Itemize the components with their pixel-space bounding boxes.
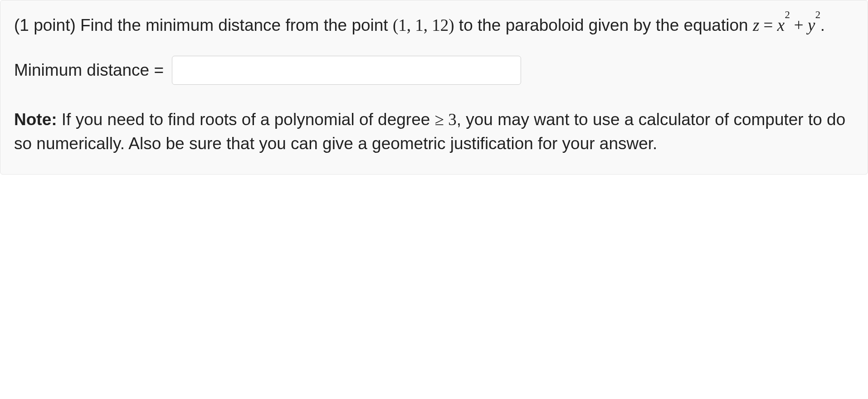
plus-sign: +	[790, 16, 808, 34]
points-label: (1 point)	[14, 16, 80, 34]
problem-text-1: Find the minimum distance from the point	[80, 16, 393, 34]
exp-y: 2	[815, 9, 820, 20]
point-tuple: (1, 1, 12)	[393, 16, 454, 34]
note-paragraph: Note: If you need to find roots of a pol…	[14, 107, 854, 156]
problem-statement: (1 point) Find the minimum distance from…	[14, 13, 854, 38]
note-label: Note:	[14, 110, 57, 129]
point-z: 12	[432, 16, 449, 34]
exp-x: 2	[785, 9, 790, 20]
equation-period: .	[820, 16, 825, 34]
var-y: y	[808, 16, 815, 34]
point-x: 1	[398, 16, 407, 34]
point-y: 1	[415, 16, 424, 34]
minimum-distance-input[interactable]	[172, 56, 521, 85]
answer-label: Minimum distance =	[14, 58, 164, 83]
problem-container: (1 point) Find the minimum distance from…	[0, 0, 868, 175]
geq-symbol: ≥	[435, 110, 444, 129]
equals-sign: =	[759, 16, 777, 34]
note-text-1: If you need to find roots of a polynomia…	[57, 110, 435, 129]
paren-open: (	[393, 16, 398, 34]
problem-text-2: to the paraboloid given by the equation	[454, 16, 753, 34]
point-sep-2: ,	[424, 16, 432, 34]
equation: z = x2 + y2	[753, 16, 820, 34]
point-sep-1: ,	[407, 16, 415, 34]
paren-close: )	[449, 16, 454, 34]
var-z: z	[753, 16, 759, 34]
var-x: x	[777, 16, 785, 34]
degree-three: 3	[444, 110, 457, 129]
answer-row: Minimum distance =	[14, 56, 854, 85]
